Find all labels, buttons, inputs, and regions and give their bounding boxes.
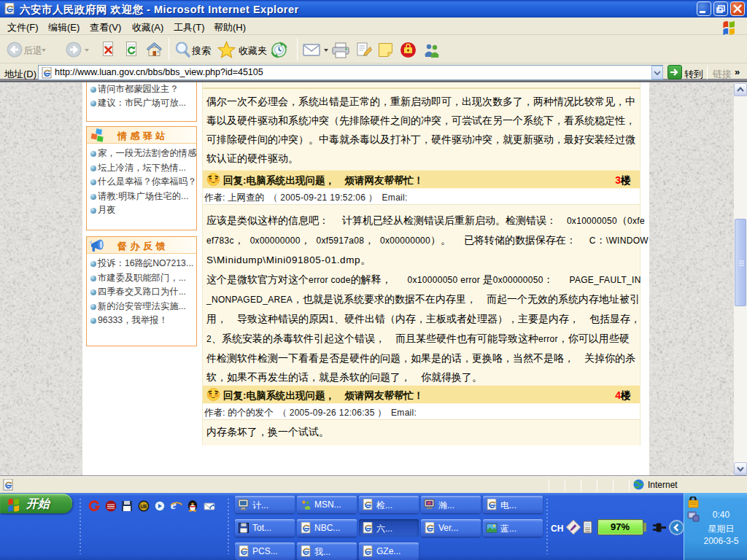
svg-text:UE: UE xyxy=(140,504,147,509)
